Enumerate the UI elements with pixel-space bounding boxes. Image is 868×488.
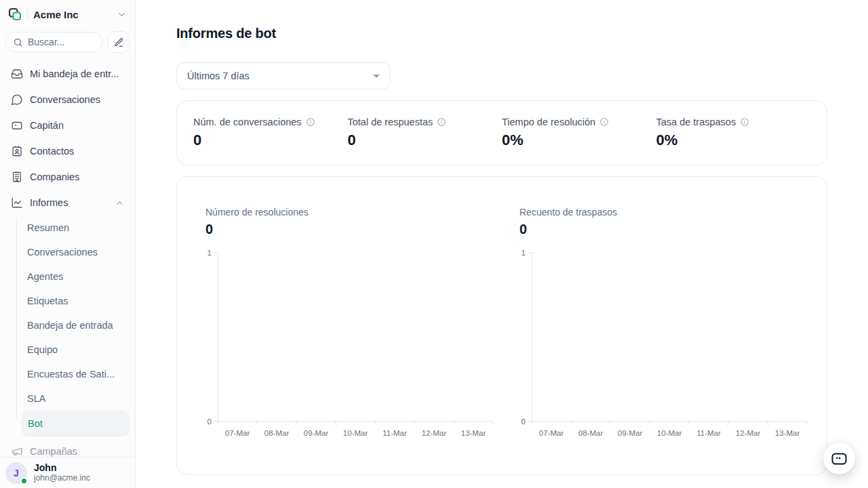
reports-submenu: Resumen Conversaciones Agentes Etiquetas… (5, 216, 130, 436)
search-box[interactable] (5, 32, 102, 52)
metrics-summary-card: Núm. de conversaciones 0 Total de respue… (176, 100, 827, 165)
sidebar-item-reports[interactable]: Informes (5, 190, 130, 216)
user-email: john@acme.inc (34, 473, 90, 483)
contact-card-icon (11, 145, 23, 157)
sidebar-item-label: Informes (30, 197, 68, 208)
sidebar-item-label: Contactos (30, 146, 74, 157)
charts-card: Número de resoluciones 0 1 0 07-Mar 08-M… (176, 176, 827, 475)
workspace-name: Acme Inc (33, 9, 111, 20)
info-icon[interactable] (599, 117, 609, 127)
sidebar-item-label: Capitán (30, 120, 64, 131)
subitem-label: Bandeja de entrada (27, 320, 113, 331)
main-content: Informes de bot Últimos 7 días Núm. de c… (136, 0, 868, 488)
search-row (0, 27, 135, 53)
subitem-label: Etiquetas (27, 296, 68, 306)
line-chart-icon (11, 197, 23, 209)
sidebar-item-captain[interactable]: Capitán (5, 113, 130, 138)
metric-value: 0% (656, 131, 811, 149)
chart-total: 0 (519, 222, 814, 237)
info-icon[interactable] (740, 117, 749, 127)
y-tick-label: 0 (521, 418, 526, 426)
x-tick-label: 11-Mar (696, 429, 721, 437)
chat-bubble-icon (11, 94, 23, 106)
sidebar-item-label: Campañas (30, 446, 77, 457)
subitem-label: Resumen (27, 222, 69, 233)
chart-total: 0 (205, 222, 500, 237)
sidebar-item-inbox[interactable]: Mi bandeja de entr... (5, 61, 130, 87)
search-input[interactable] (28, 37, 95, 47)
workspace-header[interactable]: Acme Inc (0, 0, 135, 27)
tree-guide-line (16, 218, 22, 422)
compose-button[interactable] (108, 31, 130, 53)
chat-widget-button[interactable] (823, 443, 855, 474)
user-profile[interactable]: J John john@acme.inc (0, 457, 135, 488)
sidebar-subitem-overview[interactable]: Resumen (5, 216, 130, 240)
pencil-icon (114, 37, 124, 47)
x-tick-label: 11-Mar (382, 429, 407, 437)
x-tick-label: 12-Mar (422, 429, 447, 437)
x-tick-label: 10-Mar (657, 429, 682, 437)
metric-responses: Total de respuestas 0 (348, 117, 502, 149)
sidebar-subitem-labels[interactable]: Etiquetas (5, 289, 130, 313)
sidebar-subitem-bot[interactable]: Bot (22, 411, 130, 436)
divider (27, 9, 28, 19)
subitem-label: Agentes (27, 271, 63, 282)
sidebar-item-companies[interactable]: Companies (5, 164, 130, 190)
sidebar-item-campaigns[interactable]: Campañas (5, 439, 130, 457)
sidebar-subitem-conversations[interactable]: Conversaciones (5, 240, 130, 264)
x-tick-label: 08-Mar (264, 429, 290, 437)
x-tick-label: 09-Mar (618, 429, 643, 437)
sidebar-item-label: Conversaciones (30, 94, 100, 105)
metric-label: Total de respuestas (348, 117, 433, 127)
metric-label: Tasa de traspasos (656, 117, 736, 127)
y-tick-label: 1 (208, 249, 212, 257)
date-range-value: Últimos 7 días (187, 70, 250, 81)
date-range-select[interactable]: Últimos 7 días (176, 62, 391, 89)
sidebar-item-conversations[interactable]: Conversaciones (5, 87, 130, 113)
x-tick-label: 12-Mar (736, 429, 761, 437)
x-tick-label: 08-Mar (578, 429, 604, 437)
sidebar-subitem-inbox[interactable]: Bandeja de entrada (5, 313, 130, 338)
app-logo-icon (8, 7, 22, 21)
avatar-initial: J (14, 468, 19, 479)
chart-title: Recuento de traspasos (519, 207, 814, 218)
sidebar-subitem-csat[interactable]: Encuestas de Sati... (5, 362, 130, 386)
building-icon (11, 171, 23, 183)
subitem-label: Bot (28, 418, 43, 429)
inbox-icon (11, 68, 23, 80)
x-tick-label: 07-Mar (225, 429, 250, 437)
sidebar-item-contacts[interactable]: Contactos (5, 138, 130, 164)
sidebar-item-label: Mi bandeja de entr... (30, 68, 119, 79)
subitem-label: SLA (27, 393, 45, 404)
x-tick-label: 10-Mar (343, 429, 368, 437)
caret-down-icon (373, 75, 380, 78)
sidebar-subitem-team[interactable]: Equipo (5, 338, 130, 362)
resolutions-bar-chart: 1 0 07-Mar 08-Mar 09-Mar 10-Mar 11-Mar 1… (205, 245, 494, 443)
chart-title: Número de resoluciones (205, 207, 500, 218)
sidebar: Acme Inc Mi bandeja de entr... (0, 0, 136, 488)
info-icon[interactable] (437, 117, 446, 127)
metric-value: 0% (502, 131, 656, 149)
y-tick-label: 0 (208, 418, 212, 426)
chevron-down-icon[interactable] (117, 9, 127, 20)
sidebar-subitem-sla[interactable]: SLA (5, 386, 130, 411)
x-tick-label: 09-Mar (304, 429, 329, 437)
metric-handoff-rate: Tasa de traspasos 0% (656, 117, 811, 149)
sidebar-subitem-agents[interactable]: Agentes (5, 264, 130, 289)
chat-widget-icon (831, 451, 848, 466)
metric-value: 0 (348, 131, 502, 149)
chevron-up-icon[interactable] (115, 199, 124, 207)
x-tick-label: 13-Mar (775, 429, 800, 437)
chart-resolutions: Número de resoluciones 0 1 0 07-Mar 08-M… (205, 207, 500, 474)
sidebar-item-label: Companies (30, 171, 79, 182)
avatar: J (5, 462, 27, 484)
subitem-label: Encuestas de Sati... (27, 369, 115, 380)
user-name: John (34, 462, 90, 473)
info-icon[interactable] (306, 117, 315, 127)
captain-bot-icon (11, 119, 23, 131)
x-tick-label: 07-Mar (539, 429, 564, 437)
search-icon (13, 37, 23, 47)
chart-handoffs: Recuento de traspasos 0 1 0 07-Mar 08-Ma… (519, 207, 814, 474)
metric-resolution-time: Tiempo de resolución 0% (502, 117, 656, 149)
megaphone-icon (11, 445, 23, 457)
